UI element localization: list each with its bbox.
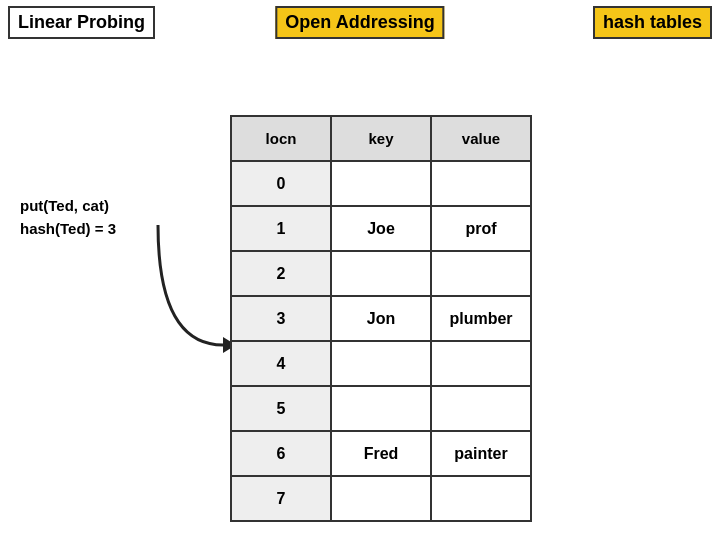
cell-loc-2: 2 <box>231 251 331 296</box>
cell-loc-4: 4 <box>231 341 331 386</box>
put-operation-line1: put(Ted, cat) <box>20 195 116 218</box>
cell-value-2 <box>431 251 531 296</box>
cell-value-1: prof <box>431 206 531 251</box>
cell-key-3: Jon <box>331 296 431 341</box>
cell-loc-7: 7 <box>231 476 331 521</box>
linear-probing-label: Linear Probing <box>8 6 155 39</box>
hash-table: locn key value 01Joeprof23Jonplumber456F… <box>230 115 532 522</box>
table-row: 6Fredpainter <box>231 431 531 476</box>
table-row: 2 <box>231 251 531 296</box>
cell-value-6: painter <box>431 431 531 476</box>
arrow-icon <box>148 215 238 375</box>
table-row: 5 <box>231 386 531 431</box>
cell-loc-0: 0 <box>231 161 331 206</box>
cell-loc-6: 6 <box>231 431 331 476</box>
cell-key-1: Joe <box>331 206 431 251</box>
table-row: 4 <box>231 341 531 386</box>
cell-value-7 <box>431 476 531 521</box>
cell-key-2 <box>331 251 431 296</box>
col-header-value: value <box>431 116 531 161</box>
put-operation-text: put(Ted, cat) hash(Ted) = 3 <box>20 195 116 240</box>
cell-key-0 <box>331 161 431 206</box>
cell-value-4 <box>431 341 531 386</box>
table-row: 3Jonplumber <box>231 296 531 341</box>
cell-loc-5: 5 <box>231 386 331 431</box>
table-row: 7 <box>231 476 531 521</box>
cell-value-0 <box>431 161 531 206</box>
cell-value-5 <box>431 386 531 431</box>
col-header-key: key <box>331 116 431 161</box>
cell-key-5 <box>331 386 431 431</box>
hash-tables-label: hash tables <box>593 6 712 39</box>
cell-value-3: plumber <box>431 296 531 341</box>
put-operation-line2: hash(Ted) = 3 <box>20 218 116 241</box>
open-addressing-label: Open Addressing <box>275 6 444 39</box>
cell-key-6: Fred <box>331 431 431 476</box>
cell-loc-1: 1 <box>231 206 331 251</box>
cell-key-4 <box>331 341 431 386</box>
cell-loc-3: 3 <box>231 296 331 341</box>
col-header-locn: locn <box>231 116 331 161</box>
table-row: 0 <box>231 161 531 206</box>
cell-key-7 <box>331 476 431 521</box>
table-row: 1Joeprof <box>231 206 531 251</box>
